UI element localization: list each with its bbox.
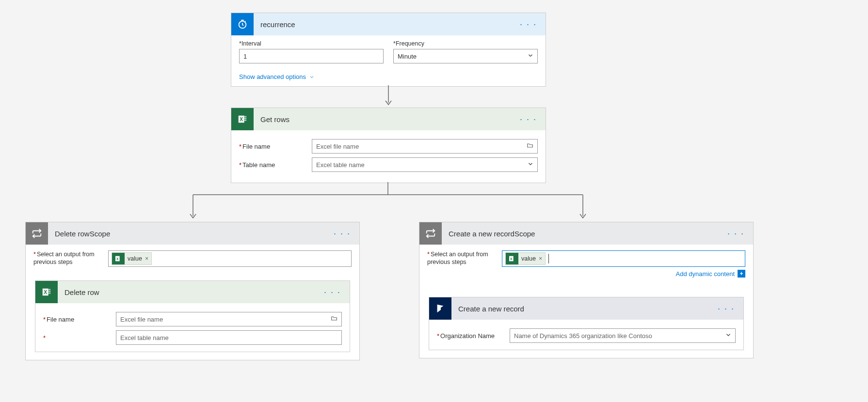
create-record-scope-title: Create a new recordScope (442, 230, 724, 238)
create-record-inner-card: Create a new record · · · *Organization … (429, 297, 744, 350)
select-output-input[interactable]: X value × (502, 250, 745, 267)
table-name-label: *Table name (239, 161, 312, 169)
show-advanced-link[interactable]: Show advanced options (231, 70, 322, 86)
get-rows-header[interactable]: X Get rows · · · (231, 108, 546, 130)
select-output-label: *Select an output from previous steps (427, 250, 495, 266)
svg-rect-6 (244, 120, 247, 121)
interval-input[interactable] (239, 49, 384, 63)
create-record-scope-card: Create a new recordScope · · · *Select a… (419, 222, 754, 358)
delete-row-scope-header[interactable]: Delete rowScope · · · (26, 222, 359, 245)
file-name-input[interactable] (116, 312, 342, 326)
loop-icon (26, 222, 48, 245)
svg-rect-17 (48, 293, 51, 294)
delete-row-inner-card: X Delete row · · · *File name * (35, 280, 350, 352)
delete-row-inner-title: Delete row (58, 288, 321, 296)
recurrence-header[interactable]: recurrence · · · (231, 13, 546, 35)
loop-icon (419, 222, 442, 245)
delete-row-scope-card: Delete rowScope · · · *Select an output … (25, 222, 360, 360)
get-rows-card: X Get rows · · · *File name *Table name (231, 108, 546, 183)
delete-row-inner-header[interactable]: X Delete row · · · (35, 281, 350, 303)
svg-text:X: X (44, 290, 47, 295)
svg-rect-16 (48, 291, 51, 292)
table-name-label: * (43, 334, 116, 341)
branch-connector (184, 182, 592, 222)
org-name-select[interactable] (510, 328, 736, 343)
recurrence-title: recurrence (254, 20, 517, 29)
create-record-scope-header[interactable]: Create a new recordScope · · · (419, 222, 753, 245)
select-output-input[interactable]: X value × (108, 250, 352, 267)
svg-text:X: X (510, 257, 513, 261)
more-menu[interactable]: · · · (517, 19, 540, 30)
svg-rect-5 (244, 118, 247, 119)
svg-text:X: X (240, 117, 243, 122)
token-value[interactable]: X value × (505, 252, 546, 265)
svg-rect-4 (244, 116, 247, 118)
dynamics-icon (429, 297, 451, 320)
recurrence-card: recurrence · · · *Interval *Frequency S (231, 13, 546, 87)
token-value[interactable]: X value × (112, 252, 152, 265)
select-output-label: *Select an output from previous steps (33, 250, 101, 266)
excel-icon: X (231, 108, 254, 130)
token-remove[interactable]: × (145, 255, 148, 262)
table-name-select[interactable] (312, 157, 538, 172)
file-name-input[interactable] (312, 139, 538, 154)
text-cursor (548, 254, 549, 263)
delete-row-scope-title: Delete rowScope (48, 230, 331, 238)
get-rows-title: Get rows (254, 115, 517, 124)
file-name-label: *File name (239, 143, 312, 150)
plus-icon: + (738, 270, 745, 278)
table-name-select[interactable] (116, 330, 342, 345)
excel-icon: X (35, 281, 58, 303)
more-menu[interactable]: · · · (715, 304, 738, 314)
frequency-select[interactable] (393, 49, 538, 63)
more-menu[interactable]: · · · (331, 229, 354, 239)
more-menu[interactable]: · · · (724, 229, 747, 239)
create-record-inner-header[interactable]: Create a new record · · · (429, 297, 743, 320)
svg-text:X: X (116, 257, 119, 261)
org-name-label: *Organization Name (437, 332, 510, 340)
clock-icon (231, 13, 254, 35)
more-menu[interactable]: · · · (321, 287, 344, 297)
chevron-down-icon (309, 74, 315, 80)
more-menu[interactable]: · · · (517, 114, 540, 124)
excel-icon: X (112, 253, 125, 264)
token-remove[interactable]: × (539, 255, 542, 262)
add-dynamic-content-link[interactable]: Add dynamic content + (427, 270, 745, 278)
excel-icon: X (506, 253, 518, 264)
file-name-label: *File name (43, 316, 116, 323)
svg-rect-15 (48, 289, 51, 291)
create-record-inner-title: Create a new record (451, 305, 715, 313)
connector-arrow (384, 85, 393, 108)
frequency-label: *Frequency (393, 40, 538, 47)
interval-label: *Interval (239, 40, 384, 47)
